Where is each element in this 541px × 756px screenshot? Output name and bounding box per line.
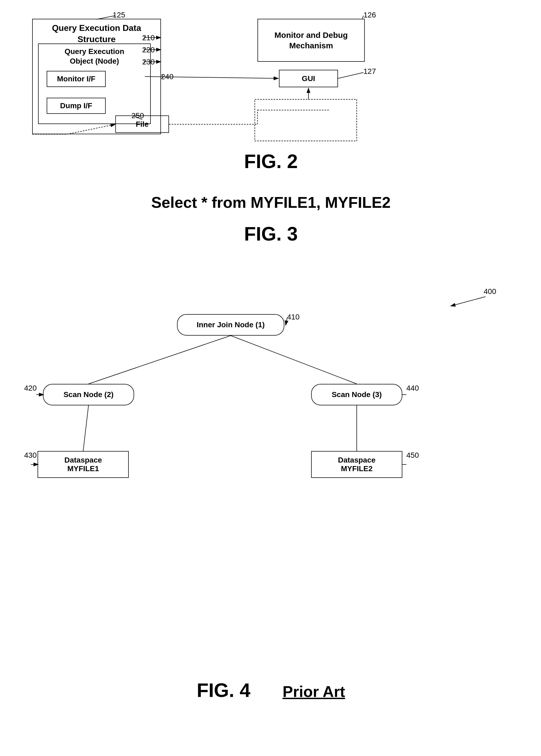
ref-230: 230 xyxy=(142,58,155,66)
ds2-label: DataspaceMYFILE2 xyxy=(338,456,375,473)
ref-250: 250 xyxy=(132,111,144,120)
file-label: File xyxy=(136,120,149,129)
ref-450: 450 xyxy=(406,451,419,460)
dump-if-label: Dump I/F xyxy=(60,101,92,110)
ref-127: 127 xyxy=(363,67,376,76)
svg-line-24 xyxy=(89,336,231,384)
ds1-box: DataspaceMYFILE1 xyxy=(38,451,129,478)
mdm-box: Monitor and DebugMechanism xyxy=(258,19,365,62)
fig2-label: FIG. 2 xyxy=(16,150,526,172)
scan3-label: Scan Node (3) xyxy=(332,390,382,399)
ref-400: 400 xyxy=(484,287,496,296)
svg-line-25 xyxy=(231,336,357,384)
ref-220: 220 xyxy=(142,46,155,54)
ref-125: 125 xyxy=(113,11,125,19)
gui-label: GUI xyxy=(302,74,315,83)
ref-440: 440 xyxy=(406,384,419,392)
dump-if-box: Dump I/F xyxy=(47,98,106,114)
scan2-label: Scan Node (2) xyxy=(64,390,114,399)
prior-art-label: Prior Art xyxy=(282,682,345,700)
ref-240: 240 xyxy=(161,72,174,81)
ds1-label: DataspaceMYFILE1 xyxy=(64,456,102,473)
ref-210: 210 xyxy=(142,34,155,42)
qeds-title: Query Execution DataStructure xyxy=(33,23,160,45)
fig3-label: FIG. 3 xyxy=(16,223,526,245)
scan3-box: Scan Node (3) xyxy=(311,384,402,405)
fig4-diagram: 400 410 420 430 440 450 Inner Join Node … xyxy=(16,282,526,738)
mdm-label: Monitor and DebugMechanism xyxy=(274,30,347,51)
svg-line-4 xyxy=(338,72,363,78)
inner-join-box: Inner Join Node (1) xyxy=(177,314,284,336)
ref-420: 420 xyxy=(24,384,37,392)
monitor-if-label: Monitor I/F xyxy=(57,75,95,83)
inner-join-label: Inner Join Node (1) xyxy=(197,321,265,329)
svg-rect-14 xyxy=(255,99,357,141)
svg-line-27 xyxy=(83,405,89,451)
fig2-diagram: Query Execution DataStructure Query Exec… xyxy=(16,8,526,175)
gui-box: GUI xyxy=(279,70,338,87)
fig4-label: FIG. 4 xyxy=(197,679,250,701)
scan2-box: Scan Node (2) xyxy=(43,384,134,405)
svg-line-22 xyxy=(451,297,485,306)
ref-430: 430 xyxy=(24,451,37,460)
monitor-if-box: Monitor I/F xyxy=(47,71,106,87)
ref-410: 410 xyxy=(287,313,299,321)
ref-126: 126 xyxy=(363,11,376,19)
ds2-box: DataspaceMYFILE2 xyxy=(311,451,402,478)
fig4-footer: FIG. 4 Prior Art xyxy=(16,679,526,701)
qeon-title: Query ExecutionObject (Node) xyxy=(39,47,150,66)
fig3-diagram: Select * from MYFILE1, MYFILE2 FIG. 3 xyxy=(16,188,526,268)
fig3-query: Select * from MYFILE1, MYFILE2 xyxy=(16,193,526,211)
